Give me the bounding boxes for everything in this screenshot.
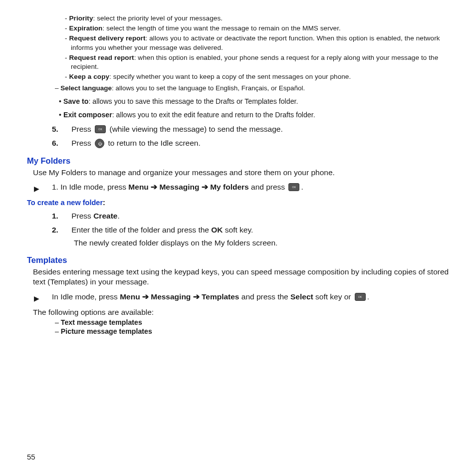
- text-a: Press: [71, 212, 93, 220]
- desc: : select the priority level of your mess…: [93, 14, 223, 22]
- period: .: [367, 292, 369, 301]
- term: Select language: [60, 84, 112, 92]
- subhead-text: To create a new folder: [27, 199, 103, 207]
- desc: : select the length of time you want the…: [102, 24, 340, 32]
- term: Request read report: [69, 54, 134, 61]
- step-number: 2.: [52, 226, 63, 235]
- term: Picture message templates: [61, 327, 152, 335]
- templates-options-intro: The following options are available:: [27, 307, 449, 317]
- templates-nav-step: ▶ In Idle mode, press Menu ➔ Messaging ➔…: [27, 292, 449, 301]
- prefix: In Idle mode, press: [52, 292, 120, 301]
- create-folder-step-2: 2. Enter the title of the folder and pre…: [27, 226, 449, 247]
- messaging: Messaging: [159, 183, 199, 191]
- desc: : allows you to exit the edit feature an…: [112, 111, 315, 119]
- and-press: and press: [249, 183, 287, 191]
- step-5: 5. Press (while viewing the message) to …: [27, 125, 449, 134]
- option-exit-composer: • Exit composer: allows you to exit the …: [27, 110, 449, 120]
- ok-key-icon: [288, 183, 299, 191]
- term: Keep a copy: [69, 73, 109, 80]
- option-delivery-report: - Request delivery report: allows you to…: [27, 34, 449, 52]
- ok-key-icon: [95, 125, 106, 133]
- heading-templates: Templates: [27, 255, 449, 265]
- option-save-to: • Save to: allows you to save this messa…: [27, 97, 449, 106]
- my-folders-nav-step: ▶ 1. In Idle mode, press Menu ➔ Messagin…: [27, 183, 449, 192]
- page-number: 55: [27, 453, 35, 461]
- my-folders-item: My folders: [210, 183, 249, 191]
- prefix: 1. In Idle mode, press: [52, 183, 128, 191]
- term: Save to: [63, 97, 88, 105]
- menu: Menu: [120, 292, 140, 301]
- step-6: 6. Press to return to the Idle screen.: [27, 139, 449, 148]
- text-b: (while viewing the message) to send the …: [109, 125, 282, 133]
- triangle-bullet-icon: ▶: [34, 294, 39, 302]
- term: Expiration: [69, 24, 102, 32]
- and-press: and press the: [239, 292, 290, 301]
- option-select-language: – Select language: allows you to set the…: [27, 84, 449, 93]
- heading-my-folders: My Folders: [27, 156, 449, 166]
- term: Text message templates: [61, 318, 142, 326]
- text-b: to return to the Idle screen.: [108, 139, 200, 147]
- messaging: Messaging: [151, 292, 191, 301]
- templates-body: Besides entering message text using the …: [27, 267, 449, 287]
- option-expiration: - Expiration: select the length of time …: [27, 24, 449, 33]
- continuation: The newly created folder displays on the…: [52, 238, 449, 247]
- text-a: Press: [71, 125, 93, 133]
- arrow-icon: ➔: [149, 183, 160, 191]
- arrow-icon: ➔: [191, 292, 202, 301]
- colon: :: [103, 199, 105, 207]
- period: .: [117, 212, 119, 220]
- option-priority: - Priority: select the priority level of…: [27, 14, 449, 23]
- term: Priority: [69, 14, 93, 22]
- subhead-create-folder: To create a new folder:: [27, 199, 449, 207]
- term: Exit composer: [63, 111, 112, 119]
- create: Create: [93, 212, 117, 220]
- term: Request delivery report: [69, 34, 145, 42]
- desc: : allows you to save this message to the…: [88, 97, 298, 105]
- option-read-report: - Request read report: when this option …: [27, 53, 449, 71]
- text-c: soft key.: [223, 226, 253, 234]
- step-number: 5.: [52, 125, 63, 134]
- desc: : allows you to set the language to Engl…: [112, 84, 305, 92]
- step-number: 1.: [52, 212, 63, 221]
- arrow-icon: ➔: [200, 183, 211, 191]
- option-picture-templates: – Picture message templates: [27, 327, 449, 335]
- step-number: 6.: [52, 139, 63, 148]
- create-folder-step-1: 1. Press Create.: [27, 212, 449, 221]
- menu: Menu: [128, 183, 148, 191]
- power-key-icon: [95, 139, 104, 148]
- desc: : specify whether you want to keep a cop…: [109, 73, 351, 80]
- text-a: Press: [71, 139, 93, 147]
- arrow-icon: ➔: [140, 292, 151, 301]
- text-a: Enter the title of the folder and press …: [71, 226, 211, 234]
- softkey-or: soft key or: [313, 292, 353, 301]
- option-text-templates: – Text message templates: [27, 318, 449, 326]
- select: Select: [290, 292, 313, 301]
- option-keep-copy: - Keep a copy: specify whether you want …: [27, 72, 449, 81]
- ok-key-icon: [355, 293, 366, 301]
- my-folders-body: Use My Folders to manage and organize yo…: [27, 168, 449, 178]
- ok: OK: [211, 226, 223, 234]
- templates-item: Templates: [202, 292, 239, 301]
- triangle-bullet-icon: ▶: [34, 185, 39, 193]
- period: .: [301, 183, 303, 191]
